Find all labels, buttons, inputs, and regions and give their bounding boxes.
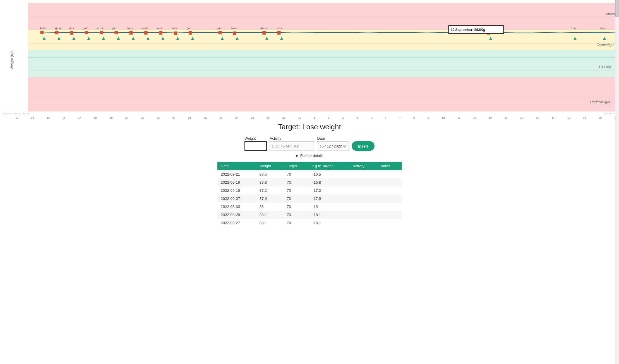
cell-activity <box>349 203 377 211</box>
activity-input[interactable] <box>270 141 314 151</box>
cell-kgToTarget: -16.8 <box>309 178 349 186</box>
x-label: 4 <box>356 116 358 119</box>
data-point-3 <box>85 31 88 34</box>
cell-date: 2022-08-30 <box>217 203 256 211</box>
table-row: 2022-09-2186.570-16.5 <box>217 170 402 178</box>
label-12: loss <box>231 26 237 30</box>
x-label: 18 <box>567 116 570 119</box>
bottom-section: Target: Lose weight Weight Activity Date… <box>212 120 407 235</box>
zone-label-overweight: Overweight <box>596 43 615 47</box>
label-2: loss <box>69 26 74 30</box>
x-label: 17 <box>552 116 555 119</box>
col-activity: Activity <box>349 162 377 170</box>
x-label: 29 <box>267 116 270 119</box>
cell-target: 70 <box>284 203 309 211</box>
cell-date: 2022-08-29 <box>217 211 256 219</box>
cell-activity <box>349 195 377 203</box>
weight-input[interactable] <box>244 141 267 151</box>
cell-target: 70 <box>284 170 309 178</box>
x-label: 28 <box>251 116 254 119</box>
label-17: loss <box>600 26 606 30</box>
zone-healthy-rect <box>28 50 619 77</box>
tooltip-text: 19 September: 86.8Kg <box>451 28 485 32</box>
col-notes: Notes <box>377 162 402 170</box>
table-row: 2022-08-2988.170-18.1 <box>217 211 402 219</box>
weight-input-group: Weight <box>244 136 267 151</box>
cell-notes <box>377 178 402 186</box>
cell-notes <box>377 195 402 203</box>
data-point-13 <box>262 31 266 35</box>
x-label: 2 <box>328 116 329 119</box>
cell-activity <box>349 178 377 186</box>
data-point-5 <box>114 31 118 34</box>
cell-target: 70 <box>284 219 309 227</box>
x-label: 20 <box>599 116 602 119</box>
target-title: Target: Lose weight <box>217 123 402 131</box>
x-label: 14 <box>505 116 508 119</box>
x-axis-labels: 13 14 15 16 17 18 19 20 21 22 23 24 25 2… <box>14 116 619 119</box>
table-row: 2022-08-2788.170-18.1 <box>217 219 402 227</box>
data-point-1 <box>55 31 59 34</box>
label-0: loss <box>40 26 46 30</box>
insert-button[interactable]: Insert <box>352 141 375 151</box>
cell-notes <box>377 186 402 195</box>
further-details-toggle[interactable]: ► Further details <box>217 154 402 158</box>
cell-kgToTarget: -16.5 <box>309 170 349 178</box>
cell-kgToTarget: -17.2 <box>309 186 349 195</box>
table-row: 2022-09-1587.270-17.2 <box>217 186 402 195</box>
x-label: 16 <box>63 116 66 119</box>
x-label: 20 <box>125 116 128 119</box>
cell-activity <box>349 219 377 227</box>
cell-activity <box>349 186 377 195</box>
x-label: 5 <box>371 116 372 119</box>
activity-input-group: Activity <box>270 136 314 151</box>
col-target: Target <box>284 162 309 170</box>
cell-notes <box>377 219 402 227</box>
zone-obese-rect <box>28 3 619 30</box>
cell-kgToTarget: -18 <box>309 203 349 211</box>
weight-label: Weight <box>244 136 256 140</box>
cell-weight: 87.9 <box>256 195 284 203</box>
scrollbar-track[interactable] <box>615 0 619 235</box>
x-label: 10 <box>442 116 445 119</box>
data-table: Date Weight Target Kg to Target Activity… <box>217 162 402 227</box>
date-clear-button[interactable]: ⊗ <box>343 144 346 148</box>
label-13: same <box>260 26 267 30</box>
label-14: loss <box>277 26 282 30</box>
date-field[interactable]: 15 / 12 / 2022 ⊗ <box>317 141 349 151</box>
scrollbar-thumb[interactable] <box>615 0 619 17</box>
chart-area: loss gain loss gain same gain loss same … <box>28 3 619 111</box>
data-point-10 <box>189 31 192 35</box>
x-label: 11 <box>457 116 460 119</box>
x-label: 6 <box>385 116 386 119</box>
cell-kgToTarget: -17.9 <box>309 195 349 203</box>
cell-target: 70 <box>284 211 309 219</box>
watermark-left: Non-Commercial Version <box>2 112 30 115</box>
date-input-group: Date 15 / 12 / 2022 ⊗ <box>317 136 349 151</box>
data-point-2 <box>70 31 73 35</box>
date-label: Date <box>317 136 325 140</box>
table-row: 2022-09-0787.970-17.9 <box>217 195 402 203</box>
label-4: same <box>96 26 104 30</box>
y-axis-label: Weight (Kg) <box>10 50 14 69</box>
x-label: 21 <box>141 116 144 119</box>
x-label: 16 <box>536 116 539 119</box>
zone-underweight-rect <box>28 77 619 111</box>
data-point-7 <box>144 31 148 35</box>
x-label: 12 <box>473 116 476 119</box>
table-row: 2022-08-308870-18 <box>217 203 402 211</box>
cell-kgToTarget: -18.1 <box>309 219 349 227</box>
x-label: 15 <box>520 116 523 119</box>
cell-weight: 86.5 <box>256 170 284 178</box>
label-5: gain <box>111 26 117 30</box>
x-label: 8 <box>413 116 415 119</box>
col-kg-to-target: Kg to Target <box>309 162 349 170</box>
cell-date: 2022-08-27 <box>217 219 256 227</box>
cell-weight: 87.2 <box>256 186 284 195</box>
data-point-9 <box>174 31 177 35</box>
cell-weight: 88 <box>256 203 284 211</box>
x-label: 25 <box>204 116 207 119</box>
x-label: 23 <box>172 116 176 119</box>
x-label: 24 <box>188 116 191 119</box>
cell-weight: 86.8 <box>256 178 284 186</box>
